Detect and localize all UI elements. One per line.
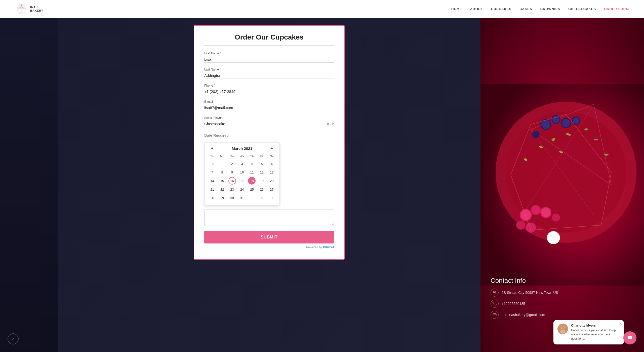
cal-day[interactable]: 5 — [258, 160, 266, 167]
cal-day[interactable]: 2 — [258, 194, 266, 202]
calendar-prev-btn[interactable]: ◄ — [209, 146, 216, 151]
cal-day[interactable]: 20 — [268, 177, 275, 185]
chat-message: Hello! I'm your personal aid. Drop me a … — [571, 328, 620, 341]
contact-address: 5B Streat, City 50987 New Town US — [502, 291, 558, 295]
cal-day[interactable]: 11 — [248, 168, 256, 176]
date-input-wrapper — [204, 132, 334, 139]
clear-icon[interactable]: ✕ — [327, 122, 330, 126]
cal-day[interactable]: 31 — [238, 194, 246, 202]
flavor-label: Select Flavor — [204, 116, 334, 120]
cake-bg: Contact Info 5B Streat, City 50987 New T… — [480, 18, 644, 352]
cal-day[interactable]: 3 — [268, 194, 275, 202]
date-group — [204, 132, 334, 139]
cal-day[interactable]: 25 — [248, 186, 256, 193]
cal-day-today[interactable]: 18 — [248, 177, 256, 185]
required-star-3: * — [214, 84, 215, 87]
required-star-2: * — [220, 68, 221, 71]
cal-header-su: Su — [208, 154, 217, 159]
cal-day[interactable]: 29 — [218, 194, 226, 202]
phone-label: Phone * — [204, 84, 334, 87]
nav-cakes[interactable]: CAKES — [519, 7, 532, 11]
right-panel: Contact Info 5B Streat, City 50987 New T… — [480, 18, 644, 352]
cal-day[interactable]: 9 — [228, 168, 236, 176]
svg-point-19 — [562, 119, 570, 127]
svg-point-41 — [548, 232, 559, 243]
logo-text: INA'S BAKERY — [30, 5, 43, 13]
cal-day[interactable]: 13 — [268, 168, 275, 176]
svg-point-29 — [604, 154, 609, 156]
cal-day[interactable]: 6 — [268, 160, 275, 167]
nav-cheesecakes[interactable]: CHEESECAKES — [568, 7, 596, 11]
form-title: Order Our Cupcakes — [204, 33, 334, 46]
chat-widget: × Charlotte Myers Hello! I'm your person… — [553, 320, 624, 344]
cal-day[interactable]: 28 — [209, 160, 216, 167]
cal-day[interactable]: 4 — [248, 160, 256, 167]
chat-close-btn[interactable]: × — [620, 322, 622, 326]
nav-cupcakes[interactable]: CUPCAKES — [491, 7, 511, 11]
svg-point-17 — [552, 116, 559, 123]
svg-point-22 — [532, 131, 540, 138]
nav-order-form[interactable]: ORDER FORM — [604, 7, 629, 11]
nav-brownies[interactable]: BROWNIES — [540, 7, 560, 11]
svg-point-48 — [561, 326, 564, 329]
chevron-down-icon[interactable]: ∨ — [332, 122, 334, 126]
cal-day[interactable]: 1 — [218, 160, 226, 167]
cal-day[interactable]: 30 — [228, 194, 236, 202]
svg-point-47 — [560, 330, 565, 334]
phone-icon — [491, 300, 499, 308]
cal-day[interactable]: 12 — [258, 168, 266, 176]
calendar-grid: Su Mo Tu We Th Fr Sa 28 1 2 3 4 5 6 — [208, 154, 276, 202]
cal-day[interactable]: 24 — [238, 186, 246, 193]
date-input[interactable] — [204, 133, 334, 137]
bitrix-link[interactable]: Bitrix24 — [323, 245, 334, 249]
cal-day[interactable]: 23 — [228, 186, 236, 193]
cal-day[interactable]: 1 — [248, 194, 256, 202]
cal-day[interactable]: 21 — [209, 186, 216, 193]
phone-input[interactable] — [204, 88, 334, 95]
cal-day[interactable]: 7 — [209, 168, 216, 176]
chat-avatar — [557, 324, 568, 334]
calendar-next-btn[interactable]: ► — [268, 146, 275, 151]
first-name-input[interactable] — [204, 56, 334, 63]
center-panel: Order Our Cupcakes First Name * Last Nam… — [58, 18, 480, 352]
svg-point-38 — [526, 223, 536, 233]
nav-about[interactable]: ABOUT — [470, 7, 483, 11]
nav-links: HOME ABOUT CUPCAKES CAKES BROWNIES CHEES… — [451, 7, 629, 11]
flavor-select[interactable]: Cheesecake ✕ ∨ — [204, 121, 334, 127]
email-input[interactable] — [204, 104, 334, 111]
chat-content: Charlotte Myers Hello! I'm your personal… — [571, 324, 620, 341]
cal-day[interactable]: 15 — [218, 177, 226, 185]
flavor-group: Select Flavor Cheesecake ✕ ∨ — [204, 116, 334, 127]
address-icon — [491, 289, 499, 297]
calendar-header: ◄ March 2021 ► — [208, 146, 276, 151]
phone-group: Phone * — [204, 84, 334, 95]
cal-day[interactable]: 3 — [238, 160, 246, 167]
cal-header-we: We — [237, 154, 247, 159]
cal-day[interactable]: 10 — [238, 168, 246, 176]
nav-home[interactable]: HOME — [451, 7, 462, 11]
submit-button[interactable]: SUBMIT — [204, 231, 334, 243]
cal-day[interactable]: 19 — [258, 177, 266, 185]
last-name-input[interactable] — [204, 72, 334, 79]
cal-day[interactable]: 27 — [268, 186, 275, 193]
cal-day[interactable]: 17 — [238, 177, 246, 185]
cal-day[interactable]: 14 — [209, 177, 216, 185]
scroll-up-button[interactable]: ∧ — [8, 333, 19, 344]
cal-day[interactable]: 2 — [228, 160, 236, 167]
svg-point-2 — [21, 5, 22, 6]
cal-day[interactable]: 26 — [258, 186, 266, 193]
svg-point-21 — [573, 117, 579, 124]
cal-header-tu: Tu — [227, 154, 237, 159]
svg-point-39 — [552, 214, 560, 222]
chat-agent-name: Charlotte Myers — [571, 324, 620, 327]
cal-header-th: Th — [247, 154, 257, 159]
chat-bubble-btn[interactable] — [623, 331, 636, 344]
cal-day-selected[interactable]: 16 — [228, 177, 236, 185]
form-card: Order Our Cupcakes First Name * Last Nam… — [194, 25, 345, 260]
notes-textarea[interactable] — [204, 209, 334, 226]
cal-day[interactable]: 8 — [218, 168, 226, 176]
contact-email-item: info-inasbakery@gmail.com — [491, 311, 558, 319]
cal-day[interactable]: 28 — [209, 194, 216, 202]
cal-header-mo: Mo — [217, 154, 227, 159]
cal-day[interactable]: 22 — [218, 186, 226, 193]
